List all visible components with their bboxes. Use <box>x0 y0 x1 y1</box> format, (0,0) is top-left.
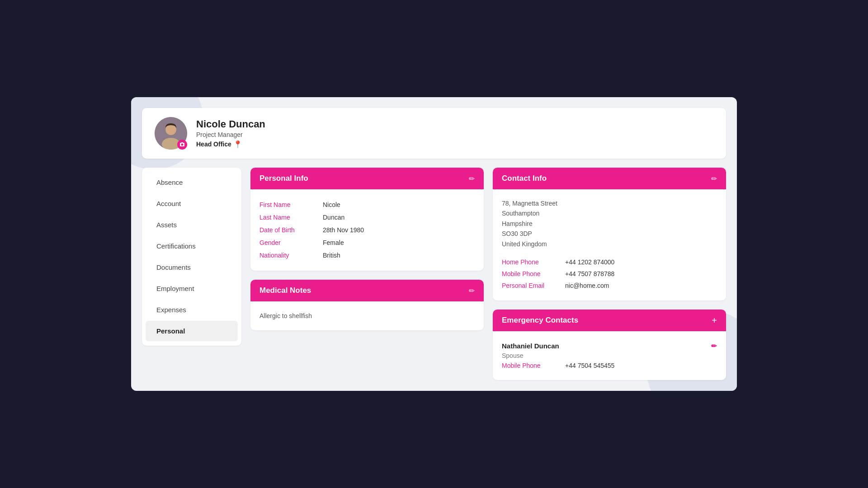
camera-button[interactable] <box>177 140 187 150</box>
emergency-contact-name-row: Nathaniel Duncan ✏ <box>502 342 717 350</box>
contact-label: Personal Email <box>502 282 565 289</box>
content-area: Personal Info ✏ First Name Nicole Last N <box>250 168 726 380</box>
location-pin-icon: 📍 <box>233 140 242 149</box>
avatar-wrap <box>155 117 187 150</box>
contact-info-edit-icon[interactable]: ✏ <box>711 174 717 183</box>
sidebar-item-expenses[interactable]: Expenses <box>146 300 238 320</box>
contact-label: Home Phone <box>502 258 565 266</box>
sidebar-item-personal[interactable]: Personal <box>146 321 238 341</box>
contact-info-title: Contact Info <box>502 174 547 183</box>
table-row: Date of Birth 28th Nov 1980 <box>259 224 475 236</box>
personal-info-card: Personal Info ✏ First Name Nicole Last N <box>250 168 484 271</box>
contact-row: Mobile Phone +44 7507 878788 <box>502 268 717 280</box>
emergency-phone-value: +44 7504 545455 <box>565 362 614 369</box>
table-row: First Name Nicole <box>259 198 475 211</box>
field-value: Female <box>323 239 344 246</box>
sidebar-item-absence[interactable]: Absence <box>146 172 238 192</box>
medical-notes-edit-icon[interactable]: ✏ <box>469 286 475 295</box>
sidebar-item-account[interactable]: Account <box>146 193 238 214</box>
address-block: 78, Magnetta Street Southampton Hampshir… <box>502 198 717 249</box>
field-value: British <box>323 252 340 259</box>
emergency-contacts-title: Emergency Contacts <box>502 316 578 325</box>
right-column: Contact Info ✏ 78, Magnetta Street South… <box>493 168 726 380</box>
field-value: Nicole <box>323 201 340 208</box>
field-label: First Name <box>259 201 323 208</box>
contact-row: Home Phone +44 1202 874000 <box>502 256 717 268</box>
emergency-phone-label: Mobile Phone <box>502 362 565 369</box>
medical-notes-title: Medical Notes <box>259 286 311 295</box>
emergency-contact-edit-icon[interactable]: ✏ <box>711 342 717 350</box>
address-line3: Hampshire <box>502 219 717 229</box>
address-line4: SO30 3DP <box>502 229 717 239</box>
sidebar-item-assets[interactable]: Assets <box>146 215 238 235</box>
user-location: Head Office 📍 <box>196 140 265 149</box>
user-name: Nicole Duncan <box>196 118 265 130</box>
emergency-contacts-header: Emergency Contacts + <box>493 310 726 331</box>
sidebar-item-employment[interactable]: Employment <box>146 278 238 299</box>
personal-info-header: Personal Info ✏ <box>250 168 484 189</box>
emergency-contacts-body: Nathaniel Duncan ✏ Spouse Mobile Phone +… <box>493 331 726 380</box>
contact-row: Personal Email nic@home.com <box>502 280 717 291</box>
medical-notes-card: Medical Notes ✏ Allergic to shellfish <box>250 280 484 330</box>
field-label: Date of Birth <box>259 226 323 234</box>
address-line2: Southampton <box>502 208 717 218</box>
sidebar-item-certifications[interactable]: Certifications <box>146 236 238 256</box>
medical-notes-header: Medical Notes ✏ <box>250 280 484 301</box>
main-layout: Absence Account Assets Certifications Do… <box>142 168 726 380</box>
contact-info-header: Contact Info ✏ <box>493 168 726 189</box>
medical-notes-text: Allergic to shellfish <box>259 310 475 321</box>
field-label: Last Name <box>259 214 323 221</box>
left-column: Personal Info ✏ First Name Nicole Last N <box>250 168 484 380</box>
contact-info-card: Contact Info ✏ 78, Magnetta Street South… <box>493 168 726 300</box>
field-label: Gender <box>259 239 323 246</box>
contact-info-body: 78, Magnetta Street Southampton Hampshir… <box>493 189 726 300</box>
emergency-contact: Nathaniel Duncan ✏ Spouse Mobile Phone +… <box>502 340 717 371</box>
header-card: Nicole Duncan Project Manager Head Offic… <box>142 108 726 159</box>
emergency-contact-relation: Spouse <box>502 352 717 359</box>
emergency-contacts-add-icon[interactable]: + <box>712 316 717 325</box>
address-line5: United Kingdom <box>502 239 717 249</box>
contact-value: +44 1202 874000 <box>565 258 614 266</box>
user-role: Project Manager <box>196 131 265 138</box>
contact-value: nic@home.com <box>565 282 609 289</box>
field-label: Nationality <box>259 252 323 259</box>
personal-info-body: First Name Nicole Last Name Duncan Date … <box>250 189 484 271</box>
contact-value: +44 7507 878788 <box>565 270 614 277</box>
table-row: Gender Female <box>259 236 475 249</box>
emergency-contact-name: Nathaniel Duncan <box>502 342 559 350</box>
personal-info-table: First Name Nicole Last Name Duncan Date … <box>259 198 475 262</box>
personal-info-edit-icon[interactable]: ✏ <box>469 174 475 183</box>
sidebar-item-documents[interactable]: Documents <box>146 257 238 277</box>
table-row: Last Name Duncan <box>259 211 475 224</box>
svg-point-3 <box>166 125 176 135</box>
emergency-phone-row: Mobile Phone +44 7504 545455 <box>502 362 717 369</box>
table-row: Nationality British <box>259 249 475 262</box>
medical-notes-body: Allergic to shellfish <box>250 301 484 330</box>
field-value: 28th Nov 1980 <box>323 226 364 234</box>
contact-label: Mobile Phone <box>502 270 565 277</box>
personal-info-title: Personal Info <box>259 174 308 183</box>
user-info: Nicole Duncan Project Manager Head Offic… <box>196 118 265 149</box>
field-value: Duncan <box>323 214 344 221</box>
sidebar: Absence Account Assets Certifications Do… <box>142 168 241 346</box>
address-line1: 78, Magnetta Street <box>502 198 717 208</box>
emergency-contacts-card: Emergency Contacts + Nathaniel Duncan ✏ … <box>493 310 726 380</box>
